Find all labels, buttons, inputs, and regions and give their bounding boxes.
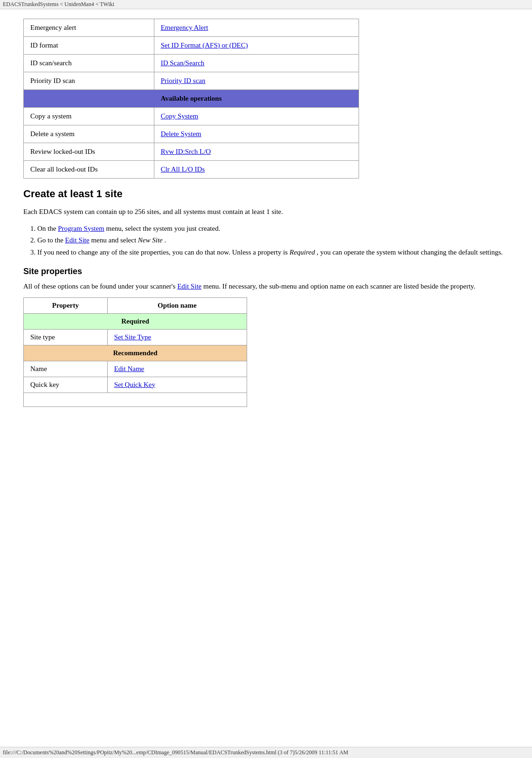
option-cell[interactable]: Clr All L/O IDs <box>154 161 359 179</box>
site-properties-heading: Site properties <box>23 267 509 276</box>
option-link[interactable]: Copy System <box>161 112 198 120</box>
empty-row <box>24 393 247 407</box>
table-row: Emergency alert Emergency Alert <box>24 19 359 37</box>
list-item: Go to the Edit Site menu and select New … <box>37 234 509 247</box>
table-row: Review locked-out IDs Rvw ID:Srch L/O <box>24 143 359 161</box>
option-cell[interactable]: Priority ID scan <box>154 72 359 90</box>
edit-site-link[interactable]: Edit Site <box>65 236 90 244</box>
option-link[interactable]: Set ID Format (AFS) or (DEC) <box>161 41 248 49</box>
property-cell: Clear all locked-out IDs <box>24 161 154 179</box>
property-cell: ID scan/search <box>24 55 154 72</box>
option-cell[interactable]: Set Quick Key <box>107 377 247 393</box>
page-title-bar: EDACSTrunkedSystems < UnidenMan4 < TWiki <box>0 0 532 9</box>
property-cell: Review locked-out IDs <box>24 143 154 161</box>
option-cell[interactable]: Set Site Type <box>107 329 247 345</box>
option-cell[interactable]: Copy System <box>154 108 359 125</box>
table-row: Priority ID scan Priority ID scan <box>24 72 359 90</box>
recommended-section-row: Recommended <box>24 345 247 361</box>
section-header-cell: Available operations <box>24 90 359 108</box>
table-row: ID format Set ID Format (AFS) or (DEC) <box>24 37 359 55</box>
table-header-row: Property Option name <box>24 297 247 313</box>
section-header-row: Available operations <box>24 90 359 108</box>
page-title: EDACSTrunkedSystems < UnidenMan4 < TWiki <box>3 1 114 7</box>
property-cell: Site type <box>24 329 108 345</box>
option-link[interactable]: Edit Name <box>114 365 145 372</box>
option-cell[interactable]: ID Scan/Search <box>154 55 359 72</box>
option-cell[interactable]: Set ID Format (AFS) or (DEC) <box>154 37 359 55</box>
option-link[interactable]: Emergency Alert <box>161 24 208 31</box>
table-row: Name Edit Name <box>24 361 247 377</box>
property-cell: Copy a system <box>24 108 154 125</box>
create-site-intro: Each EDACS system can contain up to 256 … <box>23 207 509 217</box>
required-section-row: Required <box>24 313 247 329</box>
table-row: ID scan/search ID Scan/Search <box>24 55 359 72</box>
create-site-heading: Create at least 1 site <box>23 188 509 200</box>
table-row: Clear all locked-out IDs Clr All L/O IDs <box>24 161 359 179</box>
site-properties-table: Property Option name Required Site type … <box>23 297 247 407</box>
option-link[interactable]: Set Quick Key <box>114 381 155 388</box>
italic-text: Required <box>290 248 315 256</box>
program-system-link[interactable]: Program System <box>58 225 104 232</box>
property-cell: Name <box>24 361 108 377</box>
italic-text: New Site <box>138 236 163 244</box>
main-content: Emergency alert Emergency Alert ID forma… <box>0 9 532 435</box>
option-cell[interactable]: Emergency Alert <box>154 19 359 37</box>
table-row: Quick key Set Quick Key <box>24 377 247 393</box>
col-option-header: Option name <box>107 297 247 313</box>
list-item: If you need to change any of the site pr… <box>37 247 509 259</box>
edit-site-link2[interactable]: Edit Site <box>177 283 201 290</box>
table-row: Site type Set Site Type <box>24 329 247 345</box>
recommended-label: Recommended <box>24 345 247 361</box>
required-label: Required <box>24 313 247 329</box>
property-cell: Delete a system <box>24 125 154 143</box>
property-cell: Emergency alert <box>24 19 154 37</box>
option-cell[interactable]: Edit Name <box>107 361 247 377</box>
site-properties-intro: All of these options can be found under … <box>23 281 509 292</box>
option-link[interactable]: Priority ID scan <box>161 77 206 84</box>
property-cell: Quick key <box>24 377 108 393</box>
main-properties-table: Emergency alert Emergency Alert ID forma… <box>23 19 359 179</box>
col-property-header: Property <box>24 297 108 313</box>
option-link[interactable]: ID Scan/Search <box>161 59 205 67</box>
option-link[interactable]: Clr All L/O IDs <box>161 165 205 173</box>
table-row: Copy a system Copy System <box>24 108 359 125</box>
property-cell: Priority ID scan <box>24 72 154 90</box>
table-row: Delete a system Delete System <box>24 125 359 143</box>
option-link[interactable]: Set Site Type <box>114 333 152 341</box>
list-item: On the Program System menu, select the s… <box>37 223 509 235</box>
option-link[interactable]: Rvw ID:Srch L/O <box>161 148 211 155</box>
option-cell[interactable]: Rvw ID:Srch L/O <box>154 143 359 161</box>
option-link[interactable]: Delete System <box>161 130 201 138</box>
property-cell: ID format <box>24 37 154 55</box>
option-cell[interactable]: Delete System <box>154 125 359 143</box>
create-site-steps: On the Program System menu, select the s… <box>37 223 509 259</box>
